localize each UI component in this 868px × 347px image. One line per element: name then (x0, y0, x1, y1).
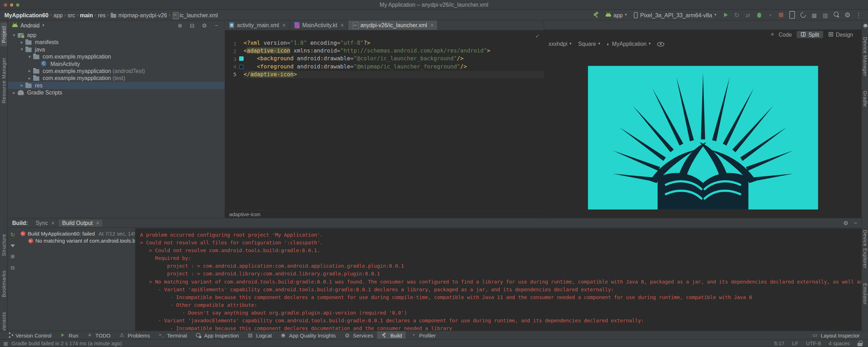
toolwindow-button-build[interactable]: Build (377, 331, 406, 339)
editor-tab-activity-main-xml[interactable]: activity_main.xml× (225, 20, 290, 30)
code-line[interactable]: <adaptive-icon xmlns:android="http://sch… (244, 47, 544, 55)
tree-item-com-example-myapplication-test[interactable]: ▸com.example.myapplication(test) (8, 75, 225, 82)
view-mode-design[interactable]: Design (824, 31, 857, 38)
editor-tab-anydpi-v26-ic-launcher-xml[interactable]: anydpi-v26/ic_launcher.xml× (348, 20, 438, 30)
toolwindow-button-problems[interactable]: Problems (114, 331, 154, 339)
minimize-window-button[interactable] (10, 3, 13, 6)
toolwindow-button-version-control[interactable]: Version Control (2, 331, 55, 339)
indent-widget[interactable]: 4 spaces (829, 340, 850, 346)
close-tab-icon[interactable]: × (51, 220, 54, 226)
chevron-right-icon[interactable]: ▸ (19, 83, 25, 88)
tool-strip-resource-manager[interactable]: Resource Manager (0, 54, 7, 106)
breadcrumb-item-myapplication60[interactable]: MyApplication60 (5, 12, 49, 18)
sdk-manager-button[interactable] (809, 11, 819, 19)
chevron-right-icon[interactable]: ▸ (19, 40, 25, 45)
close-tab-icon[interactable]: × (430, 22, 433, 28)
tool-window-switcher-icon[interactable] (3, 340, 8, 346)
shape-selector[interactable]: Square ▾ (578, 41, 600, 47)
tool-strip-bookmarks[interactable]: Bookmarks (0, 267, 7, 301)
rerun-button[interactable] (10, 231, 16, 238)
chevron-right-icon[interactable]: ▸ (26, 68, 32, 73)
build-tree-item[interactable]: Build MyApplication60: failed At 7/12 se… (18, 230, 135, 237)
tree-item-res[interactable]: ▸res (8, 82, 225, 89)
more-button[interactable] (854, 11, 863, 19)
breadcrumb-item-main[interactable]: main (80, 12, 93, 18)
chevron-down-icon[interactable]: ▾ (19, 47, 25, 52)
device-selector[interactable]: Pixel_3a_API_33_arm64-v8a ▾ (631, 11, 719, 18)
tree-item-manifests[interactable]: ▸manifests (8, 39, 225, 46)
breadcrumb-item-ic-launcher-xml[interactable]: ic_launcher.xml (172, 12, 218, 18)
tree-item-app[interactable]: ▾app (8, 31, 225, 38)
toolwindow-button-todo[interactable]: TODO (82, 331, 114, 339)
notifications-icon[interactable] (863, 24, 868, 28)
density-selector[interactable]: xxxhdpi ▾ (549, 41, 571, 47)
view-mode-code[interactable]: Code (767, 31, 796, 38)
apply-changes-button[interactable] (732, 11, 742, 19)
gradle-sync-button[interactable] (798, 11, 808, 19)
chevron-right-icon[interactable]: ▸ (26, 76, 32, 81)
tree-item-mainactivity[interactable]: MainActivity (8, 60, 225, 67)
tool-strip-structure[interactable]: Structure (0, 231, 7, 260)
debug-button[interactable] (754, 11, 764, 19)
breadcrumb-item-app[interactable]: app (53, 12, 62, 18)
zoom-window-button[interactable] (16, 3, 19, 6)
hide-button[interactable]: − (854, 220, 857, 226)
chevron-down-icon[interactable]: ▾ (26, 54, 32, 59)
cursor-position-widget[interactable]: 5:17 (774, 340, 784, 346)
breadcrumb-item-src[interactable]: src (68, 12, 75, 18)
profiler-button[interactable] (765, 11, 775, 19)
hide-button[interactable]: − (212, 23, 220, 29)
settings-button[interactable]: ⚙ (843, 220, 848, 226)
color-swatch-icon[interactable] (239, 57, 244, 61)
tool-strip-device-explorer[interactable]: Device Explorer (862, 227, 868, 272)
tool-strip-emulator[interactable]: Emulator (862, 280, 868, 308)
close-tab-icon[interactable]: × (96, 220, 99, 226)
search-button[interactable] (831, 11, 841, 19)
expand-all-button[interactable] (10, 253, 16, 260)
code-line[interactable]: </adaptive-icon> (244, 71, 544, 78)
project-view-selector[interactable]: Android (20, 23, 40, 29)
xml-breadcrumb-item[interactable]: adaptive-icon (229, 211, 261, 217)
settings-button[interactable] (843, 11, 852, 19)
editor-tab-mainactivity-kt[interactable]: MainActivity.kt× (290, 20, 348, 30)
build-tree-item[interactable]: No matching variant of com.android.tools… (18, 237, 135, 244)
code-line[interactable]: <foreground android:drawable="@mipmap/ic… (244, 63, 544, 71)
line-separator-widget[interactable]: LF (792, 340, 798, 346)
build-tab-sync[interactable]: Sync× (32, 219, 58, 226)
tree-item-com-example-myapplication-androidtest[interactable]: ▸com.example.myapplication(androidTest) (8, 67, 225, 74)
chevron-right-icon[interactable]: ▸ (11, 90, 17, 95)
toolwindow-button-run[interactable]: Run (55, 331, 82, 339)
chevron-down-icon[interactable]: ▾ (11, 33, 17, 38)
device-manager-button[interactable] (787, 11, 797, 19)
toolwindow-button-logcat[interactable]: Logcat (243, 331, 276, 339)
hammer-button[interactable] (591, 11, 601, 19)
apply-code-changes-button[interactable] (743, 11, 753, 19)
toolwindow-button-terminal[interactable]: Terminal (154, 331, 191, 339)
tree-item-java[interactable]: ▾java (8, 46, 225, 53)
run-config-selector[interactable]: app ▾ (603, 11, 630, 18)
view-mode-split[interactable]: Split (797, 31, 823, 38)
build-tab-build-output[interactable]: Build Output× (59, 219, 103, 226)
build-output-console[interactable]: A problem occurred configuring root proj… (135, 229, 861, 331)
theme-selector[interactable]: MyApplication ▾ (607, 41, 651, 47)
toolwindow-button-profiler[interactable]: Profiler (406, 331, 440, 339)
tool-strip-project[interactable]: Project (0, 23, 7, 46)
toolwindow-button-app-quality-insights[interactable]: App Quality Insights (276, 331, 340, 339)
toolwindow-button-app-inspection[interactable]: App Inspection (191, 331, 243, 339)
breadcrumb-item-res[interactable]: res (98, 12, 106, 18)
tool-strip-gradle[interactable]: Gradle (862, 87, 868, 110)
toolwindow-button-services[interactable]: Services (340, 331, 377, 339)
code-line[interactable]: <background android:drawable="@color/ic_… (244, 55, 544, 63)
collapse-button[interactable]: ⊟ (188, 23, 196, 29)
color-swatch-icon[interactable] (239, 65, 244, 69)
encoding-widget[interactable]: UTF-8 (806, 340, 821, 346)
code-editor[interactable]: 12345 <?xml version="1.0" encoding="utf-… (225, 30, 544, 210)
readonly-lock-icon[interactable] (857, 340, 862, 346)
code-lines[interactable]: <?xml version="1.0" encoding="utf-8"?><a… (244, 30, 544, 210)
tool-strip-device-manager[interactable]: Device Manager (862, 34, 868, 80)
breadcrumb-item-mipmap-anydpi-v26[interactable]: mipmap-anydpi-v26 (110, 12, 167, 18)
stop-button[interactable] (776, 11, 786, 19)
locate-button[interactable]: ⊕ (176, 23, 184, 29)
tree-item-gradle-scripts[interactable]: ▸Gradle Scripts (8, 89, 225, 96)
visibility-icon[interactable] (657, 41, 664, 47)
